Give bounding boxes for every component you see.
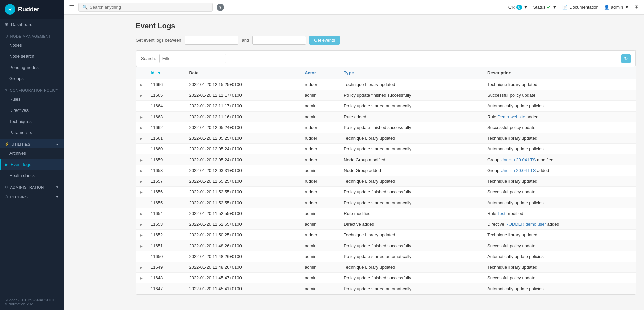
expand-arrow-icon[interactable]: ▶ <box>140 137 143 140</box>
row-id: 11662 <box>147 122 185 133</box>
date-to-input[interactable] <box>252 36 306 45</box>
col-date[interactable]: Date <box>185 67 301 79</box>
expand-arrow-icon[interactable]: ▶ <box>140 94 143 97</box>
search-label: Search: <box>141 56 156 61</box>
table-row: ▶116572022-01-20 11:55:25+0100rudderTech… <box>136 176 636 187</box>
expand-col: ▶ <box>136 112 147 122</box>
admin-button[interactable]: 👤 admin ▼ <box>604 5 629 10</box>
event-table: Id ▼ Date Actor Type Description ▶116662… <box>136 67 636 294</box>
col-expand <box>136 67 147 79</box>
expand-arrow-icon[interactable]: ▶ <box>140 212 143 216</box>
description-link[interactable]: RUDDER demo user <box>505 222 546 227</box>
row-id: 11661 <box>147 133 185 144</box>
sidebar-item-health-check[interactable]: Health check <box>0 170 64 181</box>
col-actor[interactable]: Actor <box>301 67 340 79</box>
sidebar-item-label: Parameters <box>9 130 32 135</box>
table-row: ▶116652022-01-20 12:11:17+0100adminPolic… <box>136 90 636 101</box>
docs-button[interactable]: 📄 Documentation <box>562 5 598 10</box>
expand-col <box>136 283 147 294</box>
expand-col: ▶ <box>136 154 147 165</box>
help-button[interactable]: ? <box>217 4 224 11</box>
search-icon: 🔍 <box>82 5 88 10</box>
search-input[interactable] <box>90 5 209 10</box>
row-date: 2022-01-20 12:05:24+0100 <box>185 144 301 154</box>
row-actor: admin <box>301 262 340 273</box>
row-description: Technique library updated <box>483 133 636 144</box>
col-id[interactable]: Id ▼ <box>147 67 185 79</box>
sidebar-item-rules[interactable]: Rules <box>0 94 64 105</box>
expand-arrow-icon[interactable]: ▶ <box>140 115 143 119</box>
expand-arrow-icon[interactable]: ▶ <box>140 276 143 280</box>
grid-icon[interactable]: ⊞ <box>634 4 639 10</box>
table-row: ▶116592022-01-20 12:05:24+0100rudderNode… <box>136 154 636 165</box>
sidebar-item-event-logs[interactable]: ▶ Event logs <box>0 159 64 170</box>
event-logs-container: Search: ↻ Id ▼ Date Actor Type Descripti… <box>136 50 636 295</box>
sidebar-item-groups[interactable]: Groups <box>0 73 64 84</box>
utilities-icon: ⚡ <box>5 142 10 146</box>
row-type: Policy update finished successfully <box>340 122 483 133</box>
sidebar-item-archives[interactable]: Archives <box>0 148 64 159</box>
row-actor: admin <box>301 165 340 176</box>
row-description: Group Ununtu 20.04 LTS modified <box>483 154 636 165</box>
cr-button[interactable]: CR 8 ▼ <box>508 5 528 10</box>
status-button[interactable]: Status ✔ ▼ <box>533 4 557 10</box>
hamburger-icon[interactable]: ☰ <box>69 4 74 11</box>
row-date: 2022-01-20 12:05:25+0100 <box>185 133 301 144</box>
sidebar-section-node-management: ⬡ Node management <box>0 31 64 40</box>
sort-icon: ▼ <box>157 70 161 75</box>
get-events-button[interactable]: Get events <box>309 36 340 45</box>
sidebar-item-directives[interactable]: Directives <box>0 105 64 116</box>
sidebar-item-techniques[interactable]: Techniques <box>0 116 64 127</box>
expand-arrow-icon[interactable]: ▶ <box>140 83 143 87</box>
expand-arrow-icon[interactable]: ▶ <box>140 190 143 194</box>
row-actor: rudder <box>301 133 340 144</box>
refresh-button[interactable]: ↻ <box>621 54 631 63</box>
date-filter-label: Get event logs between <box>136 38 181 43</box>
sidebar-item-nodes[interactable]: Nodes <box>0 40 64 51</box>
description-link[interactable]: Demo website <box>497 114 525 119</box>
sidebar-item-parameters[interactable]: Parameters <box>0 127 64 138</box>
expand-col: ▶ <box>136 90 147 101</box>
row-type: Node Group added <box>340 165 483 176</box>
expand-arrow-icon[interactable]: ▶ <box>140 233 143 237</box>
row-actor: admin <box>301 90 340 101</box>
expand-arrow-icon[interactable]: ▶ <box>140 244 143 248</box>
description-link[interactable]: Ununtu 20.04 LTS <box>501 157 536 162</box>
expand-col: ▶ <box>136 187 147 197</box>
row-description: Rule Demo website added <box>483 112 636 122</box>
status-label: Status <box>533 5 546 10</box>
node-mgmt-icon: ⬡ <box>5 34 8 38</box>
expand-arrow-icon[interactable]: ▶ <box>140 126 143 130</box>
arrow-right-icon: ▶ <box>5 162 8 167</box>
row-actor: admin <box>301 273 340 283</box>
sidebar-section-administration: ⚙ Administration ▼ <box>0 182 64 191</box>
row-date: 2022-01-20 11:52:55+0100 <box>185 208 301 219</box>
docs-icon: 📄 <box>562 5 568 10</box>
row-description: Successful policy update <box>483 240 636 251</box>
row-id: 11659 <box>147 154 185 165</box>
filter-input[interactable] <box>159 54 226 63</box>
description-link[interactable]: Ununtu 20.04 LTS <box>501 168 536 173</box>
table-row: 116472022-01-20 11:45:41+0100adminPolicy… <box>136 283 636 294</box>
sidebar-item-pending-nodes[interactable]: Pending nodes <box>0 62 64 73</box>
row-description: Technique library updated <box>483 262 636 273</box>
row-description: Technique library updated <box>483 230 636 240</box>
table-row: ▶116562022-01-20 11:52:55+0100rudderPoli… <box>136 187 636 197</box>
row-date: 2022-01-20 11:45:47+0100 <box>185 273 301 283</box>
sidebar-item-node-search[interactable]: Node search <box>0 51 64 62</box>
description-link[interactable]: Test <box>497 211 505 216</box>
row-type: Directive added <box>340 219 483 230</box>
expand-arrow-icon[interactable]: ▶ <box>140 223 143 226</box>
expand-arrow-icon[interactable]: ▶ <box>140 158 143 162</box>
row-id: 11658 <box>147 165 185 176</box>
date-from-input[interactable] <box>185 36 238 45</box>
table-row: ▶116632022-01-20 12:11:16+0100adminRule … <box>136 112 636 122</box>
expand-col: ▶ <box>136 176 147 187</box>
expand-arrow-icon[interactable]: ▶ <box>140 169 143 173</box>
sidebar-item-dashboard[interactable]: ⊞ Dashboard <box>0 19 64 30</box>
cr-count-badge: 8 <box>516 5 522 10</box>
col-type[interactable]: Type <box>340 67 483 79</box>
expand-arrow-icon[interactable]: ▶ <box>140 266 143 269</box>
expand-arrow-icon[interactable]: ▶ <box>140 180 143 183</box>
row-description: Technique library updated <box>483 176 636 187</box>
